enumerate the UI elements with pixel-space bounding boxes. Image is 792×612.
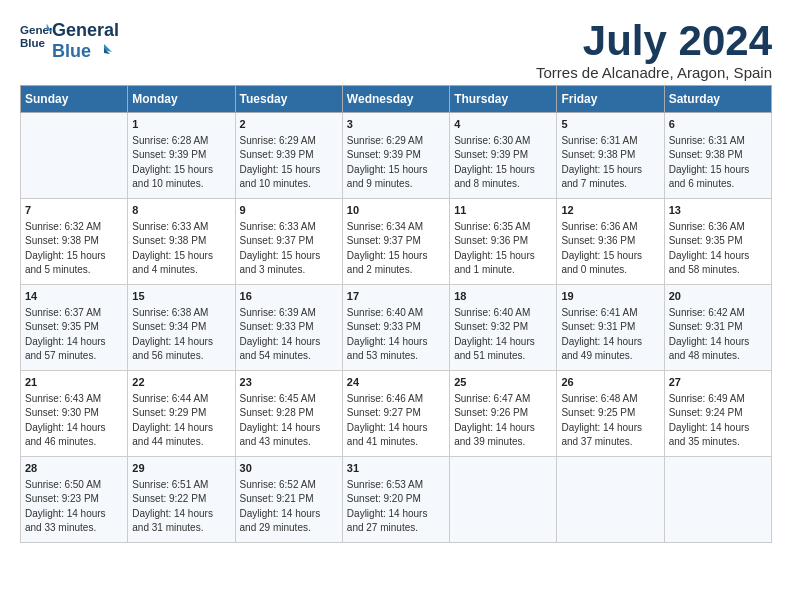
weekday-header-wednesday: Wednesday (342, 86, 449, 113)
day-number: 24 (347, 375, 445, 391)
day-number: 17 (347, 289, 445, 305)
cell-content: Sunrise: 6:47 AM Sunset: 9:26 PM Dayligh… (454, 392, 552, 450)
day-number: 3 (347, 117, 445, 133)
day-number: 15 (132, 289, 230, 305)
calendar-cell: 29Sunrise: 6:51 AM Sunset: 9:22 PM Dayli… (128, 456, 235, 542)
calendar-cell: 9Sunrise: 6:33 AM Sunset: 9:37 PM Daylig… (235, 198, 342, 284)
calendar-week-5: 28Sunrise: 6:50 AM Sunset: 9:23 PM Dayli… (21, 456, 772, 542)
calendar-cell: 10Sunrise: 6:34 AM Sunset: 9:37 PM Dayli… (342, 198, 449, 284)
day-number: 6 (669, 117, 767, 133)
calendar-cell: 13Sunrise: 6:36 AM Sunset: 9:35 PM Dayli… (664, 198, 771, 284)
calendar-cell: 14Sunrise: 6:37 AM Sunset: 9:35 PM Dayli… (21, 284, 128, 370)
weekday-header-monday: Monday (128, 86, 235, 113)
cell-content: Sunrise: 6:48 AM Sunset: 9:25 PM Dayligh… (561, 392, 659, 450)
logo-blue: Blue (52, 41, 119, 62)
calendar-cell (21, 113, 128, 199)
cell-content: Sunrise: 6:32 AM Sunset: 9:38 PM Dayligh… (25, 220, 123, 278)
svg-text:Blue: Blue (20, 37, 46, 49)
calendar-cell (664, 456, 771, 542)
calendar-cell: 12Sunrise: 6:36 AM Sunset: 9:36 PM Dayli… (557, 198, 664, 284)
cell-content: Sunrise: 6:39 AM Sunset: 9:33 PM Dayligh… (240, 306, 338, 364)
logo-general: General (52, 20, 119, 41)
calendar-week-1: 1Sunrise: 6:28 AM Sunset: 9:39 PM Daylig… (21, 113, 772, 199)
day-number: 19 (561, 289, 659, 305)
calendar-cell: 18Sunrise: 6:40 AM Sunset: 9:32 PM Dayli… (450, 284, 557, 370)
cell-content: Sunrise: 6:49 AM Sunset: 9:24 PM Dayligh… (669, 392, 767, 450)
title-block: July 2024 Torres de Alcanadre, Aragon, S… (119, 20, 772, 81)
day-number: 14 (25, 289, 123, 305)
cell-content: Sunrise: 6:34 AM Sunset: 9:37 PM Dayligh… (347, 220, 445, 278)
day-number: 10 (347, 203, 445, 219)
day-number: 11 (454, 203, 552, 219)
calendar-cell: 17Sunrise: 6:40 AM Sunset: 9:33 PM Dayli… (342, 284, 449, 370)
calendar-cell: 25Sunrise: 6:47 AM Sunset: 9:26 PM Dayli… (450, 370, 557, 456)
cell-content: Sunrise: 6:53 AM Sunset: 9:20 PM Dayligh… (347, 478, 445, 536)
cell-content: Sunrise: 6:29 AM Sunset: 9:39 PM Dayligh… (347, 134, 445, 192)
calendar-week-3: 14Sunrise: 6:37 AM Sunset: 9:35 PM Dayli… (21, 284, 772, 370)
calendar-cell: 22Sunrise: 6:44 AM Sunset: 9:29 PM Dayli… (128, 370, 235, 456)
day-number: 31 (347, 461, 445, 477)
cell-content: Sunrise: 6:28 AM Sunset: 9:39 PM Dayligh… (132, 134, 230, 192)
cell-content: Sunrise: 6:31 AM Sunset: 9:38 PM Dayligh… (669, 134, 767, 192)
calendar-cell: 16Sunrise: 6:39 AM Sunset: 9:33 PM Dayli… (235, 284, 342, 370)
calendar-week-4: 21Sunrise: 6:43 AM Sunset: 9:30 PM Dayli… (21, 370, 772, 456)
day-number: 16 (240, 289, 338, 305)
cell-content: Sunrise: 6:41 AM Sunset: 9:31 PM Dayligh… (561, 306, 659, 364)
logo-icon: General Blue (20, 20, 52, 52)
logo: General Blue (20, 20, 52, 52)
cell-content: Sunrise: 6:40 AM Sunset: 9:32 PM Dayligh… (454, 306, 552, 364)
day-number: 27 (669, 375, 767, 391)
weekday-header-friday: Friday (557, 86, 664, 113)
calendar-cell (557, 456, 664, 542)
calendar-cell: 1Sunrise: 6:28 AM Sunset: 9:39 PM Daylig… (128, 113, 235, 199)
location-title: Torres de Alcanadre, Aragon, Spain (119, 64, 772, 81)
day-number: 13 (669, 203, 767, 219)
day-number: 26 (561, 375, 659, 391)
logo-blue-text: Blue (52, 41, 91, 62)
day-number: 4 (454, 117, 552, 133)
day-number: 5 (561, 117, 659, 133)
cell-content: Sunrise: 6:42 AM Sunset: 9:31 PM Dayligh… (669, 306, 767, 364)
day-number: 18 (454, 289, 552, 305)
cell-content: Sunrise: 6:38 AM Sunset: 9:34 PM Dayligh… (132, 306, 230, 364)
calendar-cell: 26Sunrise: 6:48 AM Sunset: 9:25 PM Dayli… (557, 370, 664, 456)
cell-content: Sunrise: 6:45 AM Sunset: 9:28 PM Dayligh… (240, 392, 338, 450)
cell-content: Sunrise: 6:37 AM Sunset: 9:35 PM Dayligh… (25, 306, 123, 364)
calendar-cell: 20Sunrise: 6:42 AM Sunset: 9:31 PM Dayli… (664, 284, 771, 370)
calendar-cell: 28Sunrise: 6:50 AM Sunset: 9:23 PM Dayli… (21, 456, 128, 542)
cell-content: Sunrise: 6:40 AM Sunset: 9:33 PM Dayligh… (347, 306, 445, 364)
cell-content: Sunrise: 6:35 AM Sunset: 9:36 PM Dayligh… (454, 220, 552, 278)
weekday-header-tuesday: Tuesday (235, 86, 342, 113)
calendar-cell: 30Sunrise: 6:52 AM Sunset: 9:21 PM Dayli… (235, 456, 342, 542)
calendar-body: 1Sunrise: 6:28 AM Sunset: 9:39 PM Daylig… (21, 113, 772, 543)
weekday-header-thursday: Thursday (450, 86, 557, 113)
cell-content: Sunrise: 6:31 AM Sunset: 9:38 PM Dayligh… (561, 134, 659, 192)
day-number: 25 (454, 375, 552, 391)
calendar-cell: 21Sunrise: 6:43 AM Sunset: 9:30 PM Dayli… (21, 370, 128, 456)
calendar-cell: 15Sunrise: 6:38 AM Sunset: 9:34 PM Dayli… (128, 284, 235, 370)
day-number: 12 (561, 203, 659, 219)
cell-content: Sunrise: 6:52 AM Sunset: 9:21 PM Dayligh… (240, 478, 338, 536)
weekday-header-row: SundayMondayTuesdayWednesdayThursdayFrid… (21, 86, 772, 113)
day-number: 21 (25, 375, 123, 391)
calendar-cell: 6Sunrise: 6:31 AM Sunset: 9:38 PM Daylig… (664, 113, 771, 199)
calendar-table: SundayMondayTuesdayWednesdayThursdayFrid… (20, 85, 772, 543)
cell-content: Sunrise: 6:36 AM Sunset: 9:35 PM Dayligh… (669, 220, 767, 278)
calendar-cell: 7Sunrise: 6:32 AM Sunset: 9:38 PM Daylig… (21, 198, 128, 284)
calendar-week-2: 7Sunrise: 6:32 AM Sunset: 9:38 PM Daylig… (21, 198, 772, 284)
calendar-cell: 5Sunrise: 6:31 AM Sunset: 9:38 PM Daylig… (557, 113, 664, 199)
cell-content: Sunrise: 6:44 AM Sunset: 9:29 PM Dayligh… (132, 392, 230, 450)
calendar-cell: 11Sunrise: 6:35 AM Sunset: 9:36 PM Dayli… (450, 198, 557, 284)
calendar-cell (450, 456, 557, 542)
logo-bird-icon (94, 42, 112, 60)
calendar-cell: 19Sunrise: 6:41 AM Sunset: 9:31 PM Dayli… (557, 284, 664, 370)
day-number: 2 (240, 117, 338, 133)
calendar-cell: 31Sunrise: 6:53 AM Sunset: 9:20 PM Dayli… (342, 456, 449, 542)
calendar-cell: 8Sunrise: 6:33 AM Sunset: 9:38 PM Daylig… (128, 198, 235, 284)
calendar-cell: 27Sunrise: 6:49 AM Sunset: 9:24 PM Dayli… (664, 370, 771, 456)
day-number: 23 (240, 375, 338, 391)
cell-content: Sunrise: 6:36 AM Sunset: 9:36 PM Dayligh… (561, 220, 659, 278)
day-number: 28 (25, 461, 123, 477)
day-number: 8 (132, 203, 230, 219)
day-number: 20 (669, 289, 767, 305)
